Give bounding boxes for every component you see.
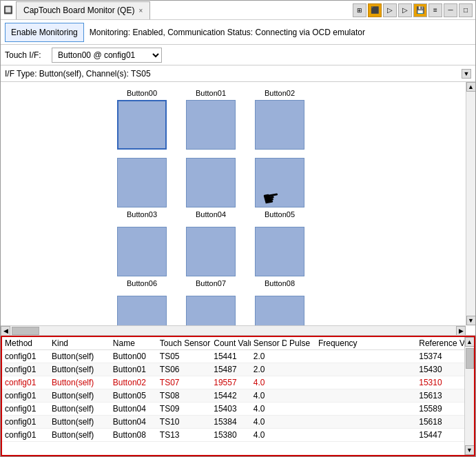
- button-square-0[interactable]: [117, 100, 167, 150]
- table-scroll-up[interactable]: ▲: [465, 337, 475, 347]
- table-row[interactable]: config01 Button(self) Button04 TS10 1538…: [2, 416, 474, 429]
- button-square-2[interactable]: [255, 100, 304, 150]
- cell-drive: [287, 429, 315, 442]
- canvas-scroll-down[interactable]: ▼: [466, 316, 476, 325]
- cell-method: config01: [2, 403, 49, 416]
- table-vscrollbar: ▲ ▼: [464, 337, 474, 455]
- table-row[interactable]: config01 Button(self) Button00 TS05 1544…: [2, 350, 474, 363]
- cell-name: Button02: [110, 376, 157, 389]
- cell-kind: Button(self): [49, 389, 110, 403]
- cell-value: 2.0: [251, 350, 287, 363]
- if-type-scroll[interactable]: ▼: [462, 69, 471, 79]
- button-square-1[interactable]: [186, 100, 236, 150]
- cell-kind: Button(self): [49, 350, 110, 363]
- toolbar-btn-2[interactable]: ⬛: [368, 3, 382, 17]
- toolbar-btn-5[interactable]: 💾: [413, 3, 427, 17]
- canvas-hscroll-thumb[interactable]: [12, 327, 39, 335]
- cell-pulse: [315, 429, 359, 442]
- cell-count: 15403: [211, 403, 251, 416]
- table-row[interactable]: config01 Button(self) Button05 TS08 1544…: [2, 389, 474, 403]
- app-icon: 🔲: [3, 6, 13, 14]
- button-label-5: Button05: [265, 210, 295, 219]
- table-row[interactable]: config01 Button(self) Button08 TS13 1538…: [2, 429, 474, 442]
- monitoring-toolbar: Enable Monitoring Monitoring: Enabled, C…: [1, 20, 475, 45]
- cell-method: config01: [2, 416, 49, 429]
- button-cell-5: Button05: [249, 156, 311, 219]
- cell-value: 4.0: [251, 429, 287, 442]
- button-grid: Button00 Button01 Button02 Button03: [111, 88, 311, 336]
- toolbar-btn-6[interactable]: ≡: [428, 3, 442, 17]
- canvas-scroll-up[interactable]: ▲: [466, 82, 476, 92]
- button-cell-4: Button04: [180, 156, 242, 219]
- cell-value: 4.0: [251, 403, 287, 416]
- table-row[interactable]: config01 Button(self) Button04 TS09 1540…: [2, 403, 474, 416]
- cell-method: config01: [2, 429, 49, 442]
- button-square-5[interactable]: [255, 158, 304, 207]
- col-header-name: Name: [110, 337, 157, 350]
- cell-name: Button05: [110, 389, 157, 403]
- title-bar: 🔲 CapTouch Board Monitor (QE) × ⊞ ⬛ ▷ ▷ …: [1, 1, 475, 20]
- main-window: 🔲 CapTouch Board Monitor (QE) × ⊞ ⬛ ▷ ▷ …: [0, 0, 476, 457]
- cell-name: Button04: [110, 403, 157, 416]
- canvas-scroll-left[interactable]: ◀: [1, 326, 10, 336]
- button-square-4[interactable]: [186, 158, 236, 207]
- button-cell-8: Button08: [249, 225, 311, 287]
- cell-kind: Button(self): [49, 363, 110, 376]
- if-type-bar: I/F Type: Button(self), Channel(s): TS05…: [1, 65, 475, 82]
- button-square-8[interactable]: [255, 227, 304, 276]
- cell-sensor: TS08: [157, 389, 211, 403]
- canvas-vscrollbar: ▲ ▼: [466, 82, 475, 325]
- touch-if-select[interactable]: Button00 @ config01 Button01 @ config01: [52, 48, 162, 63]
- button-cell-0: Button00: [111, 88, 173, 150]
- cell-sensor: TS07: [157, 376, 211, 389]
- toolbar-btn-3[interactable]: ▷: [383, 3, 397, 17]
- toolbar-btn-1[interactable]: ⊞: [353, 3, 366, 17]
- cell-name: Button08: [110, 429, 157, 442]
- canvas-hscrollbar: ◀ ▶: [1, 325, 466, 335]
- close-icon[interactable]: ×: [138, 7, 143, 14]
- cell-count: 15487: [211, 363, 251, 376]
- canvas-scroll-right[interactable]: ▶: [456, 326, 466, 336]
- button-square-3[interactable]: [117, 158, 167, 207]
- cell-value: 4.0: [251, 416, 287, 429]
- cell-freq: [359, 389, 417, 403]
- maximize-btn[interactable]: □: [459, 3, 473, 17]
- col-header-sensor: Touch Sensor: [157, 337, 211, 350]
- toolbar-btn-4[interactable]: ▷: [398, 3, 412, 17]
- cell-name: Button01: [110, 363, 157, 376]
- button-label-1: Button01: [196, 89, 226, 97]
- cell-kind: Button(self): [49, 376, 110, 389]
- cell-kind: Button(self): [49, 403, 110, 416]
- cell-method: config01: [2, 350, 49, 363]
- button-square-7[interactable]: [186, 227, 236, 276]
- button-label-2: Button02: [265, 89, 295, 97]
- cell-drive: [287, 350, 315, 363]
- cell-pulse: [315, 350, 359, 363]
- cell-name: Button04: [110, 416, 157, 429]
- cell-pulse: [315, 403, 359, 416]
- enable-monitoring-button[interactable]: Enable Monitoring: [5, 23, 84, 42]
- table-header-row: Method Kind Name Touch Sensor Count Valu…: [2, 337, 474, 350]
- cell-sensor: TS13: [157, 429, 211, 442]
- col-header-method: Method: [2, 337, 49, 350]
- cell-drive: [287, 416, 315, 429]
- cell-sensor: TS10: [157, 416, 211, 429]
- data-table: Method Kind Name Touch Sensor Count Valu…: [2, 337, 474, 442]
- cell-drive: [287, 376, 315, 389]
- tab-main[interactable]: CapTouch Board Monitor (QE) ×: [16, 1, 150, 19]
- button-square-6[interactable]: [117, 227, 167, 276]
- table-row[interactable]: config01 Button(self) Button01 TS06 1548…: [2, 363, 474, 376]
- button-label-6: Button06: [127, 279, 157, 287]
- cell-value: 4.0: [251, 389, 287, 403]
- cell-sensor: TS06: [157, 363, 211, 376]
- button-canvas: Button00 Button01 Button02 Button03: [1, 82, 475, 336]
- cell-sensor: TS09: [157, 403, 211, 416]
- table-row[interactable]: config01 Button(self) Button02 TS07 1955…: [2, 376, 474, 389]
- minimize-btn[interactable]: ─: [444, 3, 457, 17]
- title-bar-right: ⊞ ⬛ ▷ ▷ 💾 ≡ ─ □: [353, 3, 473, 17]
- cell-freq: [359, 429, 417, 442]
- cell-sensor: TS05: [157, 350, 211, 363]
- table-scroll-down[interactable]: ▼: [465, 445, 475, 455]
- cell-kind: Button(self): [49, 429, 110, 442]
- table-vscroll-thumb[interactable]: [466, 348, 474, 369]
